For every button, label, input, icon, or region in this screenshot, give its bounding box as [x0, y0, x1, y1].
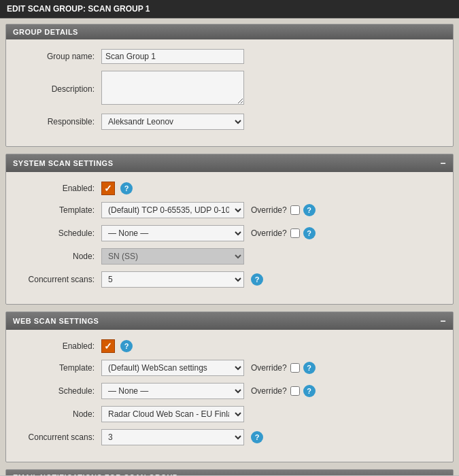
- responsible-label: Responsible:: [13, 117, 101, 126]
- web-node-row: Node: Radar Cloud Web Scan - EU Finland …: [13, 406, 446, 422]
- web-concurrent-help-icon[interactable]: ?: [251, 431, 263, 443]
- system-concurrent-select-wrap: 5: [101, 271, 244, 288]
- web-concurrent-row: Concurrent scans: 3 ?: [13, 429, 446, 445]
- system-scan-header: SYSTEM SCAN SETTINGS −: [6, 154, 453, 172]
- web-scan-title: WEB SCAN SETTINGS: [13, 317, 99, 325]
- description-input[interactable]: [101, 71, 244, 105]
- web-schedule-override-wrap: Override? ?: [251, 385, 316, 397]
- group-details-title: GROUP DETAILS: [13, 28, 78, 36]
- group-details-body: Group name: Description: Responsible: Al…: [6, 39, 453, 146]
- description-input-wrap: [101, 71, 244, 107]
- web-schedule-select[interactable]: — None —: [101, 383, 244, 399]
- web-concurrent-label: Concurrent scans:: [13, 432, 101, 442]
- web-schedule-override-label: Override?: [251, 386, 287, 396]
- system-template-label: Template:: [13, 205, 101, 215]
- web-template-select[interactable]: (Default) WebScan settings: [101, 360, 244, 376]
- web-schedule-row: Schedule: — None — Override? ?: [13, 383, 446, 399]
- web-concurrent-select-wrap: 3: [101, 429, 244, 445]
- web-template-override-wrap: Override? ?: [251, 362, 316, 374]
- system-schedule-select[interactable]: — None —: [101, 225, 244, 241]
- web-scan-section: WEB SCAN SETTINGS − Enabled: ? Template:…: [5, 311, 454, 462]
- web-enabled-checkbox-wrap: ?: [101, 339, 133, 353]
- web-concurrent-select[interactable]: 3: [101, 429, 244, 445]
- responsible-select[interactable]: Aleksandr Leonov: [101, 114, 244, 130]
- system-concurrent-help-wrap: ?: [251, 273, 263, 286]
- group-name-row: Group name:: [13, 49, 446, 64]
- group-name-label: Group name:: [13, 52, 101, 61]
- system-node-select-wrap: SN (SS): [101, 248, 244, 265]
- web-scan-body: Enabled: ? Template: (Default) WebScan s…: [6, 330, 453, 462]
- system-enabled-label: Enabled:: [13, 184, 101, 193]
- system-schedule-help-icon[interactable]: ?: [303, 227, 316, 239]
- email-notifications-header: EMAIL NOTIFICATIONS FOR SCAN GROUP: [6, 470, 453, 475]
- title-text: EDIT SCAN GROUP: SCAN GROUP 1: [7, 4, 150, 14]
- system-concurrent-row: Concurrent scans: 5 ?: [13, 271, 446, 288]
- system-concurrent-control-wrap: 5 ?: [101, 271, 263, 288]
- web-concurrent-control-wrap: 3 ?: [101, 429, 263, 445]
- system-template-override-label: Override?: [251, 205, 287, 215]
- system-scan-title: SYSTEM SCAN SETTINGS: [13, 159, 114, 167]
- system-node-select[interactable]: SN (SS): [101, 248, 244, 265]
- system-concurrent-label: Concurrent scans:: [13, 275, 101, 284]
- web-template-row: Template: (Default) WebScan settings Ove…: [13, 360, 446, 376]
- description-row: Description:: [13, 71, 446, 107]
- system-scan-body: Enabled: ? Template: (Default) TCP 0-655…: [6, 172, 453, 304]
- web-concurrent-help-wrap: ?: [251, 431, 263, 443]
- web-scan-header: WEB SCAN SETTINGS −: [6, 312, 453, 330]
- system-schedule-override-label: Override?: [251, 228, 287, 238]
- web-enabled-help-icon[interactable]: ?: [120, 340, 133, 352]
- email-notifications-section: EMAIL NOTIFICATIONS FOR SCAN GROUP: [5, 469, 454, 475]
- responsible-row: Responsible: Aleksandr Leonov: [13, 114, 446, 130]
- system-template-select[interactable]: (Default) TCP 0-65535, UDP 0-1024: [101, 202, 244, 218]
- title-bar: EDIT SCAN GROUP: SCAN GROUP 1: [0, 0, 459, 18]
- system-schedule-override-checkbox[interactable]: [290, 228, 300, 238]
- web-template-help-icon[interactable]: ?: [303, 362, 316, 374]
- web-schedule-help-icon[interactable]: ?: [303, 385, 316, 397]
- web-node-select[interactable]: Radar Cloud Web Scan - EU Finland (46..: [101, 406, 244, 422]
- main-content: GROUP DETAILS Group name: Description: R…: [0, 18, 459, 475]
- web-enabled-checkbox[interactable]: [101, 339, 115, 353]
- system-concurrent-help-icon[interactable]: ?: [251, 273, 263, 286]
- system-scan-collapse[interactable]: −: [440, 158, 446, 169]
- system-enabled-checkbox[interactable]: [101, 182, 115, 195]
- web-template-control-wrap: (Default) WebScan settings Override? ?: [101, 360, 316, 376]
- web-template-select-wrap: (Default) WebScan settings: [101, 360, 244, 376]
- description-label: Description:: [13, 84, 101, 94]
- system-concurrent-select[interactable]: 5: [101, 271, 244, 288]
- web-node-select-wrap: Radar Cloud Web Scan - EU Finland (46..: [101, 406, 244, 422]
- web-enabled-row: Enabled: ?: [13, 339, 446, 353]
- group-details-header: GROUP DETAILS: [6, 24, 453, 39]
- web-schedule-label: Schedule:: [13, 386, 101, 396]
- system-template-select-wrap: (Default) TCP 0-65535, UDP 0-1024: [101, 202, 244, 218]
- system-template-override-checkbox[interactable]: [290, 205, 300, 215]
- system-schedule-override-wrap: Override? ?: [251, 227, 316, 239]
- group-details-section: GROUP DETAILS Group name: Description: R…: [5, 24, 454, 147]
- system-schedule-select-wrap: — None —: [101, 225, 244, 241]
- system-node-row: Node: SN (SS): [13, 248, 446, 265]
- system-template-control-wrap: (Default) TCP 0-65535, UDP 0-1024 Overri…: [101, 202, 316, 218]
- system-template-row: Template: (Default) TCP 0-65535, UDP 0-1…: [13, 202, 446, 218]
- system-node-label: Node:: [13, 252, 101, 261]
- system-scan-section: SYSTEM SCAN SETTINGS − Enabled: ? Templa…: [5, 154, 454, 305]
- system-schedule-row: Schedule: — None — Override? ?: [13, 225, 446, 241]
- web-enabled-label: Enabled:: [13, 341, 101, 351]
- web-template-override-checkbox[interactable]: [290, 363, 300, 373]
- group-name-input-wrap: [101, 49, 244, 64]
- web-schedule-select-wrap: — None —: [101, 383, 244, 399]
- system-template-override-wrap: Override? ?: [251, 204, 316, 216]
- system-enabled-help-icon[interactable]: ?: [120, 182, 133, 194]
- web-schedule-override-checkbox[interactable]: [290, 386, 300, 396]
- system-enabled-row: Enabled: ?: [13, 182, 446, 195]
- group-name-input[interactable]: [101, 49, 244, 64]
- system-schedule-label: Schedule:: [13, 228, 101, 238]
- web-template-override-label: Override?: [251, 363, 287, 373]
- web-template-label: Template:: [13, 363, 101, 373]
- web-scan-collapse[interactable]: −: [440, 316, 446, 326]
- responsible-select-wrap: Aleksandr Leonov: [101, 114, 244, 130]
- email-notifications-title: EMAIL NOTIFICATIONS FOR SCAN GROUP: [13, 473, 178, 475]
- web-node-label: Node:: [13, 409, 101, 419]
- web-schedule-control-wrap: — None — Override? ?: [101, 383, 316, 399]
- system-schedule-control-wrap: — None — Override? ?: [101, 225, 316, 241]
- system-template-help-icon[interactable]: ?: [303, 204, 316, 216]
- system-enabled-checkbox-wrap: ?: [101, 182, 133, 195]
